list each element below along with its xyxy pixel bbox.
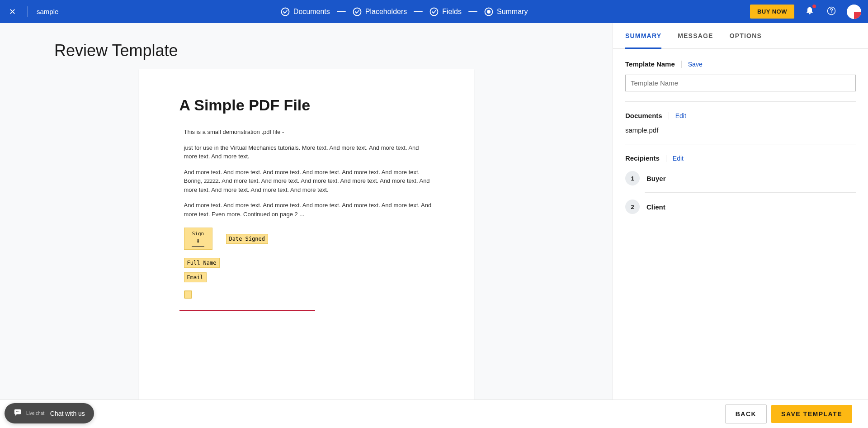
content-left: Review Template A Simple PDF File This i…: [0, 23, 613, 399]
footer-bar: BACK SAVE TEMPLATE: [0, 399, 868, 428]
pdf-paragraph: And more text. And more text. And more t…: [184, 201, 434, 219]
tab-options[interactable]: OPTIONS: [730, 23, 762, 48]
pdf-paragraph: And more text. And more text. And more t…: [184, 168, 434, 195]
step-summary[interactable]: Summary: [484, 7, 528, 16]
email-field[interactable]: Email: [184, 272, 207, 282]
sign-label: Sign: [191, 231, 205, 237]
step-documents[interactable]: Documents: [281, 7, 330, 16]
page-title: Review Template: [54, 41, 585, 60]
svg-point-8: [17, 411, 18, 412]
panel-body: Template Name Save Documents Edit sample…: [613, 49, 868, 399]
step-divider: [337, 11, 346, 12]
full-name-field[interactable]: Full Name: [184, 258, 220, 268]
tab-message[interactable]: MESSAGE: [678, 23, 713, 48]
notifications-icon[interactable]: [803, 5, 816, 19]
avatar-accent: [854, 12, 861, 19]
section-header: Recipients Edit: [625, 154, 856, 162]
svg-point-9: [19, 411, 19, 412]
divider: [681, 61, 682, 68]
document-preview: A Simple PDF File This is a small demons…: [139, 69, 474, 399]
back-button[interactable]: BACK: [725, 404, 767, 423]
section-recipients: Recipients Edit 1 Buyer 2: [625, 154, 856, 231]
radio-active-icon: [484, 7, 493, 16]
checkbox-field[interactable]: [184, 290, 192, 299]
step-label: Fields: [442, 8, 462, 16]
chat-label: Chat with us: [50, 410, 85, 417]
pdf-paragraph: just for use in the Virtual Mechanics tu…: [184, 143, 434, 161]
pdf-title: A Simple PDF File: [179, 96, 434, 114]
check-icon: [353, 7, 362, 16]
step-placeholders[interactable]: Placeholders: [353, 7, 407, 16]
chat-widget[interactable]: Live chat: Chat with us: [5, 403, 94, 423]
save-template-button[interactable]: SAVE TEMPLATE: [771, 405, 852, 423]
svg-point-2: [430, 8, 438, 15]
recipient-number: 2: [625, 200, 640, 214]
chat-prefix: Live chat:: [26, 411, 46, 416]
accent-line: [179, 310, 315, 311]
document-filename: sample.pdf: [625, 126, 856, 134]
step-fields[interactable]: Fields: [429, 7, 462, 16]
recipient-number: 1: [625, 171, 640, 185]
header-right: BUY NOW: [750, 5, 861, 19]
field-row: Email: [184, 272, 434, 282]
divider: [666, 155, 666, 162]
right-panel: SUMMARY MESSAGE OPTIONS Template Name Sa…: [613, 23, 868, 399]
step-label: Placeholders: [365, 8, 407, 16]
panel-tabs: SUMMARY MESSAGE OPTIONS: [613, 23, 868, 49]
svg-point-7: [16, 411, 17, 412]
svg-point-4: [487, 10, 491, 14]
edit-documents-link[interactable]: Edit: [675, 112, 686, 119]
header-bar: ✕ sample Documents Placeholders Fields: [0, 0, 868, 23]
template-name-input[interactable]: [625, 75, 856, 91]
check-icon: [281, 7, 290, 16]
field-row: Full Name: [184, 258, 434, 268]
step-label: Documents: [293, 8, 330, 16]
avatar[interactable]: [847, 5, 861, 19]
signature-field[interactable]: Sign ⬇: [184, 228, 212, 250]
section-title: Recipients: [625, 154, 660, 162]
recipient-row: 1 Buyer: [625, 171, 856, 193]
pdf-paragraph: This is a small demonstration .pdf file …: [184, 128, 434, 137]
chat-icon: [14, 409, 22, 418]
arrow-down-icon: ⬇: [191, 237, 205, 245]
section-documents: Documents Edit sample.pdf: [625, 112, 856, 144]
divider: [669, 112, 669, 119]
step-divider: [468, 11, 477, 12]
section-title: Template Name: [625, 60, 675, 68]
sign-underline: [192, 246, 204, 247]
header-left: ✕ sample: [7, 5, 58, 19]
document-title: sample: [37, 8, 58, 15]
save-link[interactable]: Save: [688, 61, 703, 68]
field-row: Sign ⬇ Date Signed: [184, 228, 434, 250]
wizard-steps: Documents Placeholders Fields Summary: [58, 7, 750, 16]
tab-summary[interactable]: SUMMARY: [625, 23, 661, 48]
step-label: Summary: [497, 8, 528, 16]
section-template-name: Template Name Save: [625, 60, 856, 102]
section-title: Documents: [625, 112, 662, 119]
svg-point-0: [281, 8, 289, 15]
svg-point-1: [353, 8, 361, 15]
notification-dot: [812, 5, 816, 8]
buy-now-button[interactable]: BUY NOW: [750, 5, 794, 19]
edit-recipients-link[interactable]: Edit: [673, 155, 684, 162]
check-icon: [429, 7, 439, 16]
help-icon[interactable]: [825, 5, 838, 19]
svg-point-6: [831, 12, 832, 13]
step-divider: [414, 11, 423, 12]
section-header: Documents Edit: [625, 112, 856, 119]
divider: [27, 6, 28, 17]
close-icon[interactable]: ✕: [7, 5, 18, 19]
recipient-name: Buyer: [646, 175, 666, 182]
main-container: Review Template A Simple PDF File This i…: [0, 23, 868, 399]
recipient-list: 1 Buyer 2 Client: [625, 171, 856, 221]
recipient-name: Client: [646, 203, 665, 211]
section-header: Template Name Save: [625, 60, 856, 68]
recipient-row: 2 Client: [625, 200, 856, 221]
date-signed-field[interactable]: Date Signed: [226, 234, 268, 244]
